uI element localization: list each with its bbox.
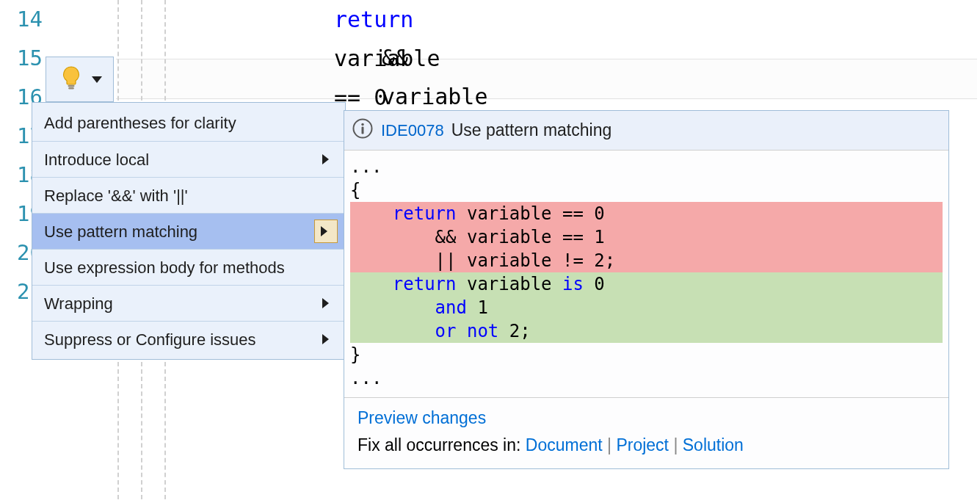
submenu-arrow-icon xyxy=(321,226,327,236)
menu-item-label: Introduce local xyxy=(44,142,149,178)
preview-diff: ... { return variable == 0 && variable =… xyxy=(344,151,948,397)
diff-line-removed: || variable != 2; xyxy=(350,249,943,272)
code-text: variable == 0 xyxy=(457,203,605,224)
diff-line-added: and 1 xyxy=(350,296,943,319)
rule-description: Use pattern matching xyxy=(451,120,612,140)
menu-item-label: Wrapping xyxy=(44,286,113,322)
rule-id-link[interactable]: IDE0078 xyxy=(381,121,444,140)
line-number: 15 xyxy=(0,39,46,78)
svg-rect-4 xyxy=(362,126,364,134)
menu-item-label: Replace '&&' with '||' xyxy=(44,178,188,214)
menu-item-label: Use expression body for methods xyxy=(44,250,285,286)
menu-item-label: Add parentheses for clarity xyxy=(44,105,236,141)
menu-item-introduce-local[interactable]: Introduce local xyxy=(32,141,345,177)
menu-item-wrapping[interactable]: Wrapping xyxy=(32,285,345,321)
quick-actions-button[interactable] xyxy=(46,57,114,102)
editor-area: 14 15 16 17 18 19 20 21 { return variabl… xyxy=(0,0,980,117)
code-text xyxy=(457,321,467,341)
separator: | xyxy=(607,435,616,454)
diff-line: ... xyxy=(350,366,943,390)
line-number: 14 xyxy=(0,0,46,39)
menu-item-suppress-configure[interactable]: Suppress or Configure issues xyxy=(32,321,345,357)
keyword-is: is xyxy=(562,274,584,294)
preview-changes-link[interactable]: Preview changes xyxy=(357,408,486,427)
chevron-down-icon xyxy=(92,76,102,83)
code-text xyxy=(350,321,435,341)
keyword-or: or xyxy=(435,321,457,341)
keyword-return: return xyxy=(393,274,457,294)
fix-project-link[interactable]: Project xyxy=(616,435,669,454)
fix-all-label: Fix all occurrences in: xyxy=(357,435,520,454)
quick-actions-menu: Add parentheses for clarity Introduce lo… xyxy=(32,102,346,360)
menu-item-use-pattern-matching[interactable]: Use pattern matching xyxy=(32,213,345,249)
preview-header: IDE0078 Use pattern matching xyxy=(344,111,948,151)
diff-line-removed: && variable == 1 xyxy=(350,225,943,249)
menu-item-label: Use pattern matching xyxy=(44,214,197,250)
submenu-arrow-icon xyxy=(322,334,329,344)
code-text xyxy=(350,297,435,318)
code-text: variable xyxy=(457,274,563,294)
diff-line: { xyxy=(350,178,943,202)
keyword-and: and xyxy=(435,297,467,318)
keyword-not: not xyxy=(467,321,498,341)
preview-footer: Preview changes Fix all occurrences in: … xyxy=(344,397,948,468)
submenu-arrow-box xyxy=(314,220,338,243)
fix-solution-link[interactable]: Solution xyxy=(683,435,744,454)
menu-item-add-parentheses[interactable]: Add parentheses for clarity xyxy=(32,105,345,141)
diff-line-removed: return variable == 0 xyxy=(350,202,943,225)
preview-panel: IDE0078 Use pattern matching ... { retur… xyxy=(344,110,949,469)
svg-point-3 xyxy=(361,123,364,126)
menu-item-expression-body[interactable]: Use expression body for methods xyxy=(32,249,345,285)
diff-line-added: or not 2; xyxy=(350,319,943,343)
diff-line: } xyxy=(350,343,943,366)
keyword-return: return xyxy=(393,203,457,224)
submenu-arrow-icon xyxy=(322,298,329,308)
svg-rect-0 xyxy=(68,85,74,87)
menu-item-replace-and-or[interactable]: Replace '&&' with '||' xyxy=(32,177,345,213)
code-text: 0 xyxy=(584,274,605,294)
submenu-arrow-icon xyxy=(322,154,329,164)
code-text: 1 xyxy=(467,297,488,318)
diff-line: ... xyxy=(350,155,943,178)
current-line-highlight xyxy=(116,59,977,99)
diff-line-added: return variable is 0 xyxy=(350,272,943,296)
code-text: 2; xyxy=(498,321,530,341)
svg-rect-1 xyxy=(68,87,74,89)
lightbulb-icon xyxy=(58,65,84,94)
info-icon xyxy=(352,117,374,144)
fix-document-link[interactable]: Document xyxy=(526,435,603,454)
menu-item-label: Suppress or Configure issues xyxy=(44,322,256,358)
keyword-return: return xyxy=(334,7,413,32)
separator: | xyxy=(673,435,682,454)
